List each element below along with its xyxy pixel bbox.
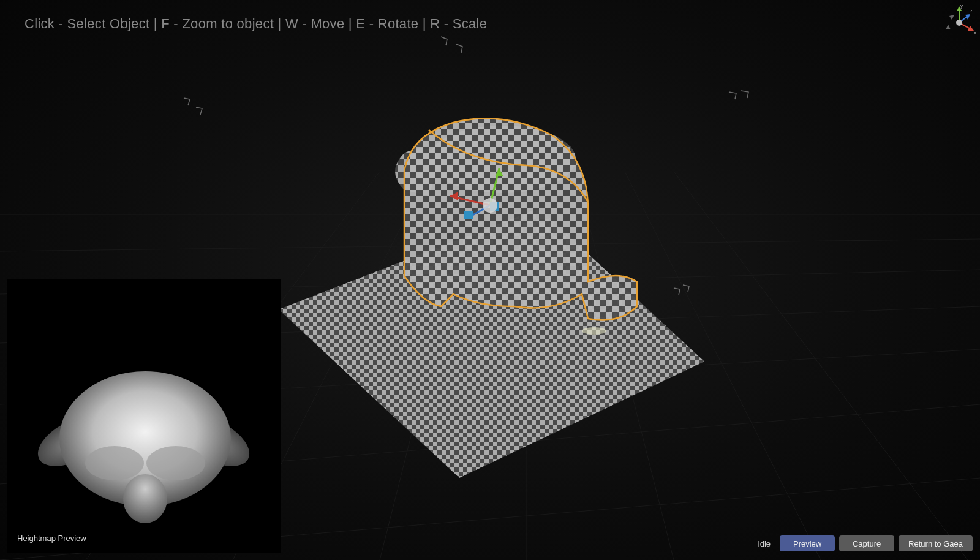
svg-marker-39 [949, 15, 954, 20]
heightfield-object [395, 118, 637, 320]
svg-point-40 [956, 20, 962, 26]
svg-point-48 [85, 446, 144, 480]
svg-text:z: z [970, 8, 973, 13]
status-text: Idle [758, 539, 771, 548]
svg-point-49 [146, 446, 205, 480]
svg-text:x: x [974, 30, 976, 36]
heightmap-preview-panel: Heightmap Preview [7, 279, 281, 553]
svg-point-31 [582, 327, 606, 335]
svg-rect-28 [464, 211, 473, 219]
heightmap-image [7, 279, 281, 553]
preview-button[interactable]: Preview [780, 535, 835, 551]
svg-line-13 [674, 172, 968, 560]
svg-point-30 [483, 198, 497, 213]
svg-point-50 [123, 474, 167, 523]
return-to-gaea-button[interactable]: Return to Gaea [899, 535, 973, 551]
heightmap-preview-label: Heightmap Preview [17, 534, 86, 543]
bottom-action-bar: Idle Preview Capture Return to Gaea [758, 535, 973, 551]
hotkey-help-text: Click - Select Object | F - Zoom to obje… [24, 16, 487, 32]
svg-text:y: y [960, 3, 963, 9]
viewport-3d[interactable]: Click - Select Object | F - Zoom to obje… [0, 0, 980, 560]
axis-orientation-gizmo[interactable]: y x z [941, 2, 978, 39]
capture-button[interactable]: Capture [839, 535, 894, 551]
svg-marker-38 [946, 25, 951, 29]
